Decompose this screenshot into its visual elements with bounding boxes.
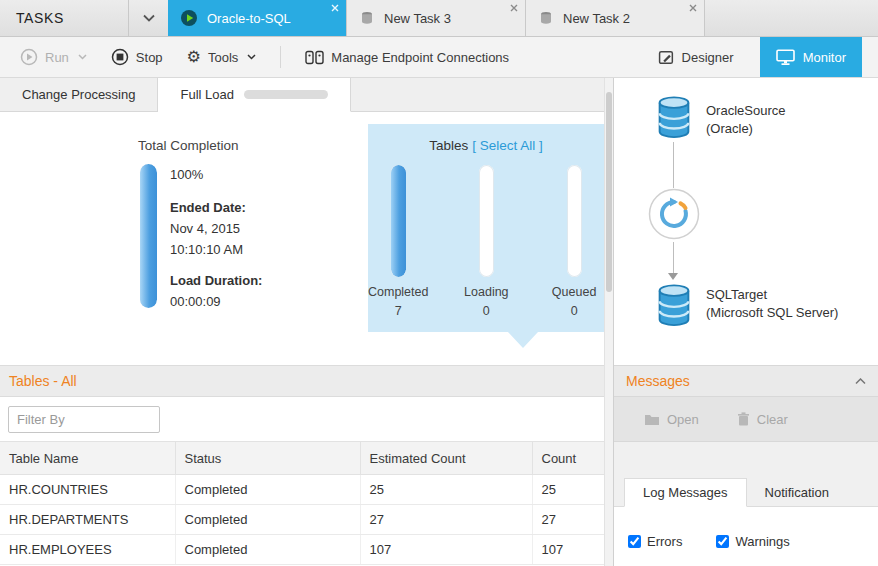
log-filter-checkboxes: Errors Warnings [614, 507, 878, 566]
warnings-checkbox[interactable] [716, 535, 729, 548]
tab-full-load[interactable]: Full Load [158, 78, 350, 112]
vertical-scrollbar[interactable] [604, 78, 613, 566]
clear-button[interactable]: Clear [737, 412, 788, 427]
tables-status-panel[interactable]: Tables [ Select All ] Completed 7 Loadin… [368, 124, 604, 332]
tab-log-messages[interactable]: Log Messages [624, 478, 747, 507]
messages-header: Messages [614, 365, 878, 397]
gauge-label: Loading [464, 285, 509, 299]
toolbar-right-group: Designer Monitor [658, 37, 878, 77]
column-header-count[interactable]: Count [532, 442, 604, 475]
gauge-bar [391, 165, 406, 277]
manage-endpoint-connections-button[interactable]: Manage Endpoint Connections [305, 50, 509, 65]
designer-icon [658, 49, 675, 66]
table-row[interactable]: HR.EMPLOYEES Completed 107 107 [0, 535, 604, 565]
stop-button[interactable]: Stop [111, 48, 163, 66]
task-tab-new-task-3[interactable]: New Task 3 [347, 0, 526, 36]
task-tab-oracle-to-sql[interactable]: Oracle-to-SQL [168, 0, 347, 36]
messages-spacer [614, 442, 878, 478]
ended-date-label: Ended Date: [170, 199, 262, 216]
change-processing-label: Change Processing [22, 87, 135, 102]
tables-grid: Table Name Status Estimated Count Count … [0, 441, 605, 565]
completion-percent: 100% [170, 166, 262, 183]
scrollbar-thumb[interactable] [606, 92, 612, 292]
select-all-link[interactable]: [ Select All ] [472, 138, 543, 153]
gauge-loading[interactable]: Loading 0 [456, 165, 516, 318]
tab-notification[interactable]: Notification [747, 478, 847, 507]
designer-label: Designer [682, 50, 734, 65]
gauge-queued[interactable]: Queued 0 [544, 165, 604, 318]
task-tab-bar: TASKS Oracle-to-SQL New Task 3 [0, 0, 878, 37]
column-header-estimated-count[interactable]: Estimated Count [360, 442, 532, 475]
messages-title: Messages [626, 373, 690, 389]
tables-grid-header: Tables - All [0, 365, 604, 397]
tools-label: Tools [208, 50, 238, 65]
collapse-chevron-icon[interactable] [855, 378, 866, 385]
cell-estimated-count: 107 [360, 535, 532, 565]
warnings-checkbox-group[interactable]: Warnings [716, 516, 789, 566]
run-icon [20, 48, 38, 66]
designer-button[interactable]: Designer [658, 49, 734, 66]
run-button[interactable]: Run [20, 48, 87, 66]
warnings-label: Warnings [735, 534, 789, 549]
gauge-label: Queued [552, 285, 596, 299]
full-load-monitor-area: Total Completion 100% Ended Date: Nov 4,… [0, 112, 604, 365]
tasks-dropdown-button[interactable] [128, 0, 168, 36]
tables-panel-pointer [508, 332, 538, 348]
filter-input[interactable] [8, 406, 160, 433]
task-icon [359, 10, 375, 26]
tools-menu-button[interactable]: ⚙ Tools [187, 49, 257, 65]
cell-table-name: HR.EMPLOYEES [0, 535, 175, 565]
cell-estimated-count: 27 [360, 505, 532, 535]
ended-date-value: Nov 4, 2015 [170, 220, 262, 237]
errors-label: Errors [647, 534, 682, 549]
cell-estimated-count: 25 [360, 475, 532, 505]
tasks-menu[interactable]: TASKS [0, 0, 168, 36]
stop-label: Stop [136, 50, 163, 65]
task-icon [538, 10, 554, 26]
table-row[interactable]: HR.COUNTRIES Completed 25 25 [0, 475, 604, 505]
toolbar-separator [280, 46, 281, 68]
cell-status: Completed [175, 475, 360, 505]
endpoint-connections-icon [305, 50, 324, 65]
cell-status: Completed [175, 535, 360, 565]
tab-change-processing[interactable]: Change Processing [0, 78, 158, 112]
task-tab-label: Oracle-to-SQL [207, 11, 291, 26]
notification-label: Notification [765, 485, 829, 500]
close-tab-icon[interactable] [510, 4, 518, 12]
gauge-bar [479, 165, 494, 277]
target-node-labels: SQLTarget (Microsoft SQL Server) [706, 286, 838, 322]
sync-status-icon[interactable] [648, 188, 700, 240]
source-database-icon[interactable] [651, 94, 697, 140]
toolbar: Run Stop ⚙ Tools Manage Endpoint Connect… [0, 37, 878, 78]
full-load-progress-bar [244, 90, 328, 99]
errors-checkbox-group[interactable]: Errors [628, 516, 682, 566]
task-flow-diagram: OracleSource (Oracle) SQLTarget (Micr [614, 78, 878, 365]
stop-icon [111, 48, 129, 66]
ended-time-value: 10:10:10 AM [170, 241, 262, 258]
cell-table-name: HR.COUNTRIES [0, 475, 175, 505]
gauge-completed[interactable]: Completed 7 [368, 165, 428, 318]
open-button[interactable]: Open [644, 412, 699, 427]
chevron-down-icon [247, 54, 256, 60]
monitor-button[interactable]: Monitor [760, 37, 862, 77]
clear-label: Clear [757, 412, 788, 427]
target-database-icon[interactable] [651, 282, 697, 328]
total-completion-gauge-fill [140, 164, 157, 308]
close-tab-icon[interactable] [331, 4, 339, 12]
arrow-down-icon [668, 273, 678, 280]
table-row[interactable]: HR.DEPARTMENTS Completed 27 27 [0, 505, 604, 535]
column-header-status[interactable]: Status [175, 442, 360, 475]
gauge-label: Completed [368, 285, 428, 299]
column-header-table-name[interactable]: Table Name [0, 442, 175, 475]
task-tab-new-task-2[interactable]: New Task 2 [526, 0, 705, 36]
close-tab-icon[interactable] [689, 4, 697, 12]
gauge-value: 7 [395, 304, 402, 318]
errors-checkbox[interactable] [628, 535, 641, 548]
table-status-gauges: Completed 7 Loading 0 Queued 0 [368, 165, 604, 318]
right-panel: OracleSource (Oracle) SQLTarget (Micr [613, 78, 878, 566]
chevron-down-icon [143, 14, 155, 22]
monitor-label: Monitor [803, 50, 846, 65]
messages-toolbar: Open Clear [614, 397, 878, 442]
cell-count: 27 [532, 505, 604, 535]
gear-icon: ⚙ [187, 49, 201, 65]
